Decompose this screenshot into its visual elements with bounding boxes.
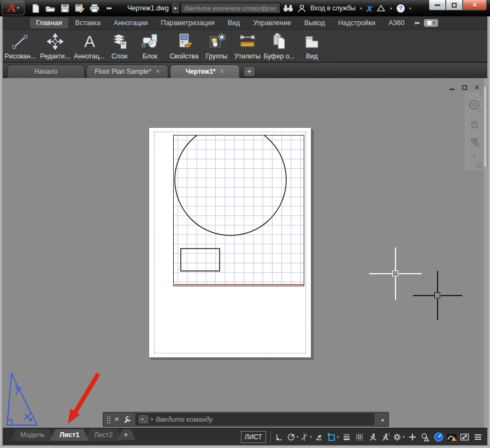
command-close-icon[interactable]: ✕ [114, 416, 119, 423]
save-as-button[interactable] [74, 3, 85, 14]
ortho-mode-button[interactable] [274, 431, 285, 444]
a360-caret-icon[interactable]: ▾ [390, 6, 392, 11]
ribbon-tab-manage[interactable]: Управление [247, 17, 297, 28]
customize-wrench-icon[interactable] [123, 415, 132, 424]
command-expand-icon[interactable]: ▲ [380, 417, 385, 422]
annotation-scale-add-button[interactable] [406, 431, 418, 444]
polar-caret-icon[interactable]: ▾ [297, 435, 299, 439]
search-binoculars-icon[interactable] [283, 4, 293, 12]
paper-model-toggle[interactable]: ЛИСТ [241, 431, 266, 443]
drawing-tab-bar: Начало Floor Plan Sample* ✕ Чертеж1* ✕ + [3, 63, 487, 78]
open-file-button[interactable] [45, 3, 56, 14]
ribbon-overflow-icon[interactable]: ▶▶ [415, 21, 420, 25]
workspace-switch-button[interactable]: ▾ [393, 431, 405, 444]
panel-layers[interactable]: Слои [106, 30, 133, 62]
drawing-close-button[interactable]: ✕ [473, 84, 481, 91]
drawing-tab-floor-plan[interactable]: Floor Plan Sample* ✕ [86, 64, 168, 78]
layout-tab-layout2[interactable]: Лист2 [84, 429, 122, 441]
save-button[interactable] [60, 3, 70, 14]
panel-properties[interactable]: Свойства [167, 30, 201, 62]
panel-block[interactable]: Блок [133, 30, 167, 62]
panel-clipboard[interactable]: Буфер о... [263, 30, 296, 62]
osnap-tracking-button[interactable] [314, 431, 325, 444]
command-history-caret-icon[interactable]: ▾ [151, 417, 153, 422]
navbar-more-icon[interactable]: ▾ [473, 154, 475, 159]
help-caret-icon[interactable]: ▾ [409, 6, 411, 11]
ribbon-tab-home[interactable]: Главная [30, 17, 68, 28]
ribbon-tab-insert[interactable]: Вставка [69, 17, 107, 28]
ribbon-tab-addins[interactable]: Надстройки [332, 17, 382, 28]
drawing-minimize-button[interactable] [448, 84, 456, 91]
drawing-restore-button[interactable] [461, 84, 468, 91]
layout-viewport[interactable] [173, 135, 304, 286]
a360-icon[interactable] [376, 4, 386, 12]
user-icon[interactable] [298, 4, 306, 13]
plot-button[interactable] [89, 3, 100, 14]
ribbon-collapse-button[interactable]: ▾ [424, 19, 438, 27]
command-input[interactable]: >_ ▾ Введите команду [135, 414, 374, 425]
palette-grip-handle[interactable] [107, 415, 110, 424]
ribbon-tab-parametric[interactable]: Параметризация [155, 17, 221, 28]
scrollbar-thumb[interactable] [483, 86, 487, 168]
polar-tracking-button[interactable]: ▾ [287, 431, 299, 444]
ribbon-tab-view[interactable]: Вид [222, 17, 246, 28]
zoom-extents-icon[interactable] [469, 137, 480, 150]
object-snap-button[interactable]: ▾ [327, 431, 339, 444]
panel-annotation[interactable]: A Аннотац... [73, 30, 106, 62]
help-search-input[interactable] [181, 3, 280, 13]
osnap-caret-icon[interactable]: ▾ [337, 435, 339, 439]
isometric-caret-icon[interactable]: ▾ [310, 435, 312, 439]
help-icon[interactable]: ? [397, 4, 405, 13]
panel-modify[interactable]: Редакти... [38, 30, 73, 62]
panel-view[interactable]: Вид [296, 30, 328, 62]
clean-screen-button[interactable] [459, 431, 470, 444]
drawing-tab-start[interactable]: Начало [7, 64, 85, 78]
restore-button[interactable] [446, 0, 463, 10]
signin-link[interactable]: Вход в службы [310, 4, 356, 12]
steering-wheel-icon[interactable]: 2D [468, 99, 482, 115]
drawing-tab-drawing1[interactable]: Чертеж1* ✕ [170, 64, 240, 78]
annotation-visibility-button[interactable] [367, 431, 378, 444]
layout-tab-model[interactable]: Модель [10, 429, 55, 441]
lineweight-button[interactable] [340, 431, 352, 444]
close-button[interactable]: ✕ [463, 0, 487, 10]
graphics-performance-button[interactable] [433, 431, 444, 444]
minimize-button[interactable] [429, 0, 446, 10]
tab-close-icon[interactable]: ✕ [156, 69, 160, 74]
vertical-scrollbar[interactable] [483, 78, 487, 428]
navbar-collapse-icon[interactable] [476, 162, 482, 169]
hardware-acceleration-warning-icon: ! [446, 433, 457, 442]
layout-tab-layout1[interactable]: Лист1 [50, 429, 89, 441]
annotation-autoscale-button[interactable] [380, 431, 391, 444]
ribbon-tab-a360[interactable]: А360 [382, 17, 410, 28]
new-drawing-tab-button[interactable]: + [244, 66, 255, 76]
drawing-window-controls: ✕ [448, 84, 481, 91]
qat-more-button[interactable]: ▶▶ [104, 3, 115, 14]
ribbon-tab-annotate[interactable]: Аннотации [108, 17, 154, 28]
new-file-button[interactable] [30, 3, 41, 14]
title-flyout-button[interactable]: ▶ [172, 3, 179, 13]
drawing-canvas[interactable]: ✕ ✕ 2D ▾ [3, 78, 483, 428]
annotation-monitor-button[interactable] [420, 431, 431, 444]
pan-hand-icon[interactable] [469, 119, 480, 132]
ribbon-tab-output[interactable]: Вывод [298, 17, 331, 28]
workspace-caret-icon[interactable]: ▾ [403, 435, 405, 439]
command-line-palette[interactable]: ✕ >_ ▾ Введите команду ▲ [103, 412, 389, 427]
tab-close-icon[interactable]: ✕ [220, 69, 224, 74]
isometric-drafting-button[interactable]: ▾ [300, 431, 312, 444]
navbar-close-icon[interactable]: ✕ [479, 93, 482, 97]
plus-icon [408, 433, 417, 441]
signin-caret-icon[interactable]: ▾ [360, 6, 362, 11]
selection-cycling-button[interactable] [353, 431, 365, 444]
ribbon-collapse-icon [427, 21, 432, 25]
panel-groups[interactable]: Группы [201, 30, 232, 62]
application-menu-button[interactable]: A ▾ [2, 1, 25, 15]
panel-utilities[interactable]: Утилиты [232, 30, 263, 62]
window-title: Чертеж1.dwg [127, 4, 169, 12]
hardware-acceleration-button[interactable]: ! [446, 431, 457, 444]
navigation-bar[interactable]: ✕ 2D ▾ [464, 91, 483, 171]
ribbon-tab-bar: Главная Вставка Аннотации Параметризация… [3, 16, 487, 30]
exchange-apps-icon[interactable]: X [367, 4, 372, 13]
customization-menu-button[interactable] [472, 431, 483, 444]
panel-draw[interactable]: Рисован... [3, 30, 38, 62]
